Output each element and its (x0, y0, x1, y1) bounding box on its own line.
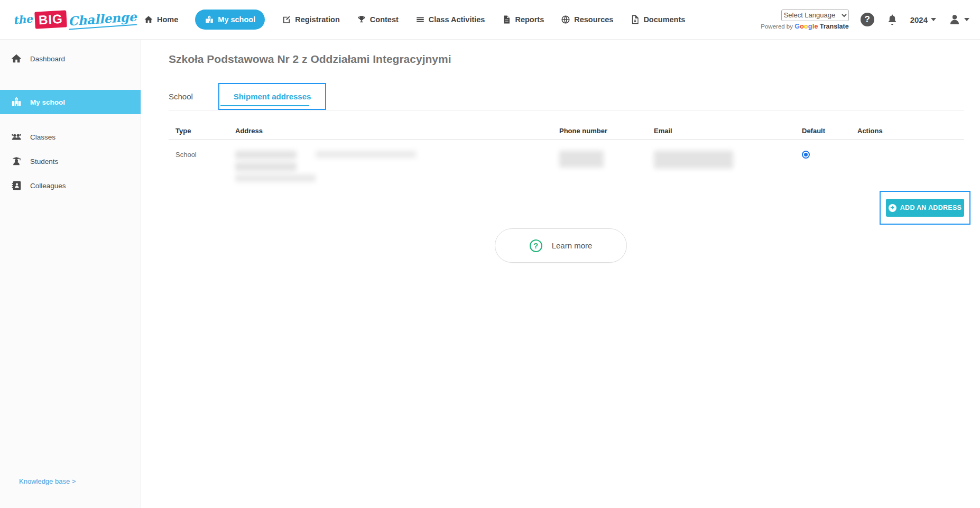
graduate-icon (11, 155, 22, 167)
add-address-focus-outline: + ADD AN ADDRESS (880, 191, 970, 225)
sidebar-item-my-school[interactable]: My school (0, 90, 141, 114)
nav-my-school[interactable]: My school (195, 10, 265, 30)
user-icon (948, 13, 961, 26)
default-radio-selected[interactable] (802, 151, 810, 159)
learn-more-button[interactable]: ? Learn more (495, 228, 627, 263)
list-icon (415, 15, 425, 24)
logo-challenge: Challenge (68, 10, 137, 30)
nav-reports-label: Reports (515, 15, 544, 24)
table-header: Type Address Phone number Email Default … (175, 122, 964, 139)
knowledge-base-link[interactable]: Knowledge base > (19, 477, 76, 485)
logo-big: BIG (34, 10, 67, 29)
sidebar-item-label: Colleagues (30, 182, 66, 190)
google-translate-widget: Select Language Powered by Google Transl… (761, 10, 848, 30)
bell-icon (886, 13, 899, 26)
sidebar-item-label: Dashboard (30, 55, 65, 63)
nav-class-activities[interactable]: Class Activities (415, 15, 485, 24)
home-icon (144, 15, 153, 24)
account-menu[interactable] (948, 13, 969, 26)
home-icon (11, 53, 22, 64)
redacted-text-block (235, 174, 316, 182)
sidebar-item-students[interactable]: Students (0, 152, 141, 171)
powered-by-google-translate: Powered by Google Translate (761, 23, 848, 30)
table-row: School (175, 143, 964, 182)
redacted-text-block (654, 151, 733, 169)
nav-home[interactable]: Home (144, 15, 178, 24)
nav-registration-label: Registration (295, 15, 340, 24)
main-nav: Home My school Registration Contest Clas… (144, 10, 685, 30)
cell-actions (857, 143, 964, 182)
nav-contest-label: Contest (370, 15, 399, 24)
google-wordmark: Google (794, 23, 818, 30)
cell-default (802, 143, 857, 182)
sidebar-item-colleagues[interactable]: Colleagues (0, 176, 141, 195)
sidebar-item-label: My school (30, 98, 65, 106)
tabs-divider (169, 110, 964, 110)
nav-registration[interactable]: Registration (282, 15, 340, 24)
column-default: Default (802, 127, 857, 135)
logo-the: the (13, 12, 33, 27)
brand-logo[interactable]: the BIG Challenge (13, 11, 132, 28)
app-window: the BIG Challenge Home My school Registr… (0, 0, 980, 508)
topbar-right: Select Language Powered by Google Transl… (761, 10, 969, 30)
content-shell: Dashboard My school Classes Students Col… (0, 40, 980, 508)
sidebar-item-classes[interactable]: Classes (0, 127, 141, 146)
nav-resources[interactable]: Resources (561, 15, 613, 24)
tab-school[interactable]: School (169, 83, 217, 110)
column-type: Type (175, 127, 235, 135)
cell-email-redacted (654, 143, 802, 182)
school-icon (11, 96, 22, 108)
chevron-down-icon (964, 18, 969, 21)
column-email: Email (654, 127, 802, 135)
add-an-address-label: ADD AN ADDRESS (900, 204, 961, 211)
nav-documents-label: Documents (643, 15, 685, 24)
year-value: 2024 (910, 15, 928, 24)
notifications-button[interactable] (886, 13, 899, 26)
tab-shipment-addresses[interactable]: Shipment addresses (218, 83, 326, 110)
report-icon (502, 15, 511, 24)
redacted-text-block (235, 151, 297, 159)
nav-class-activities-label: Class Activities (429, 15, 485, 24)
tab-school-label: School (169, 92, 193, 101)
sidebar-item-label: Students (30, 158, 58, 165)
nav-resources-label: Resources (574, 15, 613, 24)
redacted-text-block (235, 162, 297, 171)
column-phone-number: Phone number (559, 127, 654, 135)
help-button[interactable]: ? (861, 13, 874, 26)
page-title: Szkoła Podstawowa Nr 2 z Oddziałami Inte… (169, 53, 451, 66)
users-icon (11, 131, 22, 143)
redacted-text-block (559, 151, 604, 168)
plus-circle-icon: + (889, 204, 896, 212)
sidebar: Dashboard My school Classes Students Col… (0, 40, 141, 508)
main-content: Szkoła Podstawowa Nr 2 z Oddziałami Inte… (141, 40, 980, 508)
document-icon (630, 15, 640, 24)
add-an-address-button[interactable]: + ADD AN ADDRESS (886, 199, 964, 217)
learn-more-label: Learn more (552, 241, 593, 250)
sidebar-item-label: Classes (30, 133, 56, 141)
powered-by-text: Powered by (761, 23, 793, 30)
cell-address-redacted (235, 143, 559, 182)
cell-phone-redacted (559, 143, 654, 182)
language-select[interactable]: Select Language (781, 10, 849, 21)
translate-text: Translate (820, 23, 849, 30)
nav-reports[interactable]: Reports (502, 15, 544, 24)
table-header-border (169, 139, 964, 140)
column-address: Address (235, 127, 559, 135)
year-dropdown[interactable]: 2024 (910, 15, 936, 24)
cell-type: School (175, 143, 235, 182)
chevron-down-icon (931, 18, 936, 21)
sidebar-item-dashboard[interactable]: Dashboard (0, 48, 141, 69)
globe-icon (561, 15, 570, 24)
school-icon (205, 15, 214, 24)
nav-documents[interactable]: Documents (630, 15, 685, 24)
question-circle-icon: ? (530, 239, 542, 252)
top-bar: the BIG Challenge Home My school Registr… (0, 0, 980, 40)
column-actions: Actions (857, 127, 964, 135)
edit-icon (282, 15, 291, 24)
radio-dot (804, 153, 808, 156)
nav-home-label: Home (157, 15, 178, 24)
trophy-icon (357, 15, 366, 24)
redacted-text-block (316, 151, 416, 158)
active-tab-underline (220, 105, 309, 106)
nav-contest[interactable]: Contest (357, 15, 399, 24)
